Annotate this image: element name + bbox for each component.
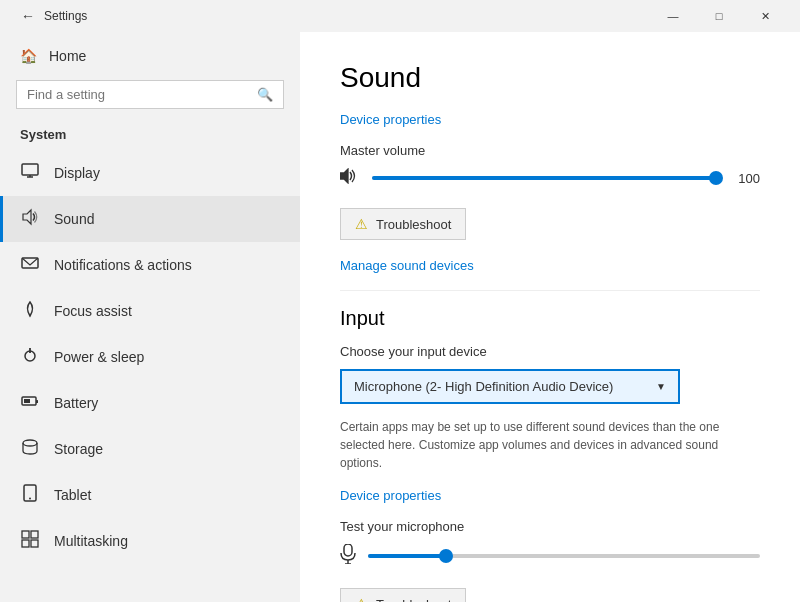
svg-point-12 [29,498,31,500]
test-mic-label: Test your microphone [340,519,760,534]
sidebar-item-focus-label: Focus assist [54,303,132,319]
sidebar-item-multitasking-label: Multitasking [54,533,128,549]
section-divider [340,290,760,291]
mic-test-slider[interactable] [368,554,760,558]
sound-icon [20,208,40,230]
titlebar: ← Settings — □ ✕ [0,0,800,32]
display-icon [20,162,40,184]
svg-rect-16 [31,540,38,547]
sidebar-item-display[interactable]: Display [0,150,300,196]
window-controls: — □ ✕ [650,0,788,32]
sidebar-item-storage-label: Storage [54,441,103,457]
home-icon: 🏠 [20,48,37,64]
minimize-button[interactable]: — [650,0,696,32]
input-troubleshoot-button[interactable]: ⚠ Troubleshoot [340,588,466,602]
sidebar-item-focus[interactable]: Focus assist [0,288,300,334]
tablet-icon [20,484,40,506]
manage-sound-devices-link[interactable]: Manage sound devices [340,258,474,273]
svg-rect-8 [36,400,38,403]
content-area: Sound Device properties Master volume 10… [300,32,800,602]
svg-rect-14 [31,531,38,538]
svg-rect-18 [344,544,352,556]
microphone-icon [340,544,356,568]
device-properties-link[interactable]: Device properties [340,112,441,127]
search-input[interactable] [27,87,249,102]
sidebar-item-tablet[interactable]: Tablet [0,472,300,518]
sidebar: 🏠 Home 🔍 System Display [0,32,300,602]
notifications-icon [20,254,40,276]
volume-value: 100 [728,171,760,186]
focus-icon [20,300,40,322]
sidebar-item-multitasking[interactable]: Multitasking [0,518,300,564]
svg-point-10 [23,440,37,446]
sidebar-item-storage[interactable]: Storage [0,426,300,472]
input-device-label: Choose your input device [340,344,760,359]
volume-row: 100 [340,168,760,188]
input-warning-icon: ⚠ [355,596,368,602]
power-icon [20,346,40,368]
svg-marker-17 [340,169,348,183]
battery-icon [20,392,40,414]
page-title: Sound [340,62,760,94]
master-volume-label: Master volume [340,143,760,158]
troubleshoot-label: Troubleshoot [376,217,451,232]
input-device-value: Microphone (2- High Definition Audio Dev… [354,379,613,394]
app-container: 🏠 Home 🔍 System Display [0,32,800,602]
close-button[interactable]: ✕ [742,0,788,32]
mic-slider-row [340,544,760,568]
info-text: Certain apps may be set up to use differ… [340,418,760,472]
sidebar-home-button[interactable]: 🏠 Home [0,36,300,76]
sidebar-item-battery[interactable]: Battery [0,380,300,426]
troubleshoot-button[interactable]: ⚠ Troubleshoot [340,208,466,240]
sidebar-item-display-label: Display [54,165,100,181]
storage-icon [20,438,40,460]
sidebar-item-tablet-label: Tablet [54,487,91,503]
svg-marker-3 [23,210,31,224]
warning-icon: ⚠ [355,216,368,232]
search-box: 🔍 [16,80,284,109]
sidebar-item-battery-label: Battery [54,395,98,411]
sidebar-item-power-label: Power & sleep [54,349,144,365]
volume-slider[interactable] [372,176,716,180]
sidebar-item-notifications-label: Notifications & actions [54,257,192,273]
sidebar-item-power[interactable]: Power & sleep [0,334,300,380]
volume-icon [340,168,360,188]
back-button[interactable]: ← [12,0,44,32]
sidebar-item-sound[interactable]: Sound [0,196,300,242]
sidebar-item-sound-label: Sound [54,211,94,227]
input-device-properties-link[interactable]: Device properties [340,488,441,503]
svg-rect-0 [22,164,38,175]
svg-rect-13 [22,531,29,538]
input-section-title: Input [340,307,760,330]
titlebar-title: Settings [44,9,650,23]
maximize-button[interactable]: □ [696,0,742,32]
sidebar-section-title: System [0,121,300,150]
svg-rect-15 [22,540,29,547]
input-troubleshoot-label: Troubleshoot [376,597,451,603]
input-device-dropdown[interactable]: Microphone (2- High Definition Audio Dev… [340,369,680,404]
multitasking-icon [20,530,40,552]
sidebar-item-notifications[interactable]: Notifications & actions [0,242,300,288]
search-icon[interactable]: 🔍 [257,87,273,102]
chevron-down-icon: ▼ [656,381,666,392]
svg-rect-9 [24,399,30,403]
sidebar-home-label: Home [49,48,86,64]
